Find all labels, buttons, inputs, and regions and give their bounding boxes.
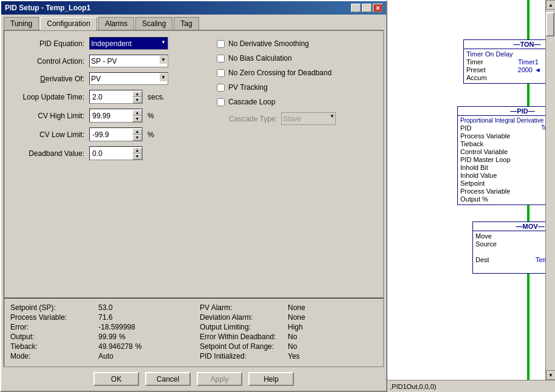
help-button[interactable]: Help — [248, 372, 294, 386]
no-bias-calc-checkbox[interactable] — [217, 55, 225, 63]
cv-high-row: CV High Limit: ▲ ▼ % — [10, 109, 205, 123]
deadband-down-btn[interactable]: ▼ — [132, 154, 142, 160]
status-pidinit-row: PID Initialized: Yes — [200, 352, 377, 360]
status-bar: Setpoint (SP): 53.0 Process Variable: 71… — [4, 298, 384, 367]
pid-pid-row: PID Temp_Loop1 ... — [460, 124, 555, 132]
tab-tuning[interactable]: Tuning — [4, 17, 39, 30]
deadband-input[interactable] — [90, 147, 132, 160]
ton-label-row: Timer On Delay — [466, 50, 555, 58]
status-deviation-val: None — [288, 313, 305, 322]
close-button[interactable]: ✕ — [373, 4, 383, 12]
pid-subtitle-row: Proportional Integral Derivative — [460, 117, 555, 124]
derivative-of-select[interactable]: PV — [89, 72, 168, 85]
ton-timer-value: Timer1 — [518, 58, 539, 66]
status-outputlimit-key: Output Limiting: — [200, 323, 288, 331]
status-errordeadband-row: Error Within Deadband: No — [200, 333, 377, 341]
pid-pid-label: PID — [460, 124, 471, 132]
ton-timer-row: Timer Timer1 ◄EN — [466, 58, 555, 66]
pid-block-title: —PID— — [458, 107, 555, 116]
cascade-loop-label: Cascade Loop — [228, 98, 275, 106]
mov-move-label: Move — [475, 232, 492, 240]
no-deriv-smooth-row: No Derivative Smoothing — [217, 39, 377, 48]
pid-masterloop-row: PID Master Loop 0 — [460, 156, 555, 163]
derivative-of-dropdown-wrapper: PV — [89, 72, 168, 85]
ton-block: —TON— Timer On Delay Timer Timer1 ◄EN Pr… — [463, 39, 555, 84]
ton-accum-label: Accum — [466, 74, 487, 81]
deadband-label: Deadband Value: — [10, 149, 89, 158]
mov-source-val-row: 53.0 ◄ — [475, 248, 555, 255]
no-zero-crossing-row: No Zero Crossing for Deadband — [217, 69, 377, 77]
mov-source-row: Source CSS_TSP — [475, 240, 555, 248]
scroll-up-button[interactable]: ▲ — [546, 0, 555, 10]
pid-inholdval-label: Inhold Value — [460, 172, 497, 179]
tab-tag[interactable]: Tag — [174, 17, 199, 30]
dialog-title: PID Setup - Temp_Loop1 — [5, 4, 90, 12]
status-tieback-unit: % — [135, 342, 142, 351]
control-action-select[interactable]: SP - PV — [89, 55, 168, 67]
tab-alarms[interactable]: Alarms — [98, 17, 134, 30]
scrollbar-thumb[interactable] — [546, 12, 554, 36]
no-deriv-smooth-checkbox[interactable] — [217, 40, 225, 48]
control-action-row: Control Action: SP - PV — [10, 55, 205, 67]
cv-low-up-btn[interactable]: ▲ — [132, 129, 142, 135]
pid-inholdbit-label: Inhold Bit — [460, 164, 488, 171]
mov-dest-row: Dest Temp_Loop1:SP — [475, 256, 555, 263]
status-setpoint-key: Setpoint (SP): — [10, 303, 98, 312]
loop-update-spinner: ▲ ▼ — [132, 91, 142, 103]
button-row: OK Cancel Apply Help — [1, 367, 386, 391]
deadband-up-btn[interactable]: ▲ — [132, 147, 142, 154]
mov-block-body: Move Source CSS_TSP 53.0 ◄ Dest Temp_ — [473, 231, 555, 273]
tab-scaling[interactable]: Scaling — [135, 17, 172, 30]
cv-high-spinner: ▲ ▼ — [132, 110, 142, 122]
loop-update-up-btn[interactable]: ▲ — [132, 91, 142, 97]
pv-tracking-checkbox[interactable] — [217, 84, 225, 92]
pid-inholdbit-row: Inhold Bit 0 — [460, 164, 555, 171]
tab-configuration[interactable]: Configuration — [40, 17, 97, 30]
cv-high-down-btn[interactable]: ▼ — [132, 116, 142, 122]
pid-pv-row: Process Variable 71.6 ◄ — [460, 188, 555, 195]
loop-update-input[interactable] — [90, 90, 132, 103]
rung-area: —TON— Timer On Delay Timer Timer1 ◄EN Pr… — [387, 0, 555, 392]
status-pvalarm-row: PV Alarm: None — [200, 303, 377, 312]
pid-tieback-row: Tieback ManOut — [460, 140, 555, 147]
minimize-button[interactable]: _ — [351, 4, 361, 12]
scroll-down-button[interactable]: ▼ — [546, 370, 555, 380]
maximize-button[interactable]: □ — [362, 4, 372, 12]
no-zero-crossing-checkbox[interactable] — [217, 69, 225, 77]
status-deviation-row: Deviation Alarm: None — [200, 313, 377, 322]
cv-low-input[interactable] — [90, 128, 132, 141]
pid-ctrlvar-label: Control Variable — [460, 148, 508, 155]
ok-button[interactable]: OK — [94, 372, 139, 386]
ton-accum-row: Accum 780 ◄ — [466, 74, 555, 81]
pid-pv-label: Process Variable — [460, 188, 510, 195]
status-errordeadband-val: No — [288, 333, 297, 341]
form-right: No Derivative Smoothing No Bias Calculat… — [217, 37, 377, 291]
status-output-unit: % — [119, 333, 126, 341]
status-output-val: 99.99 — [98, 333, 117, 341]
no-bias-calc-label: No Bias Calculation — [228, 54, 292, 63]
pid-equation-select[interactable]: Independent — [89, 37, 168, 50]
status-setpoint-row: Setpoint (SP): 53.0 — [10, 303, 188, 312]
dialog-content: PID Equation: Independent Control Action… — [4, 30, 384, 298]
loop-update-down-btn[interactable]: ▼ — [132, 97, 142, 103]
mov-dest-val-row: 53.0 ◄ — [475, 264, 555, 271]
cv-low-input-wrapper: ▲ ▼ — [89, 127, 143, 141]
status-mode-row: Mode: Auto — [10, 352, 188, 360]
cv-high-up-btn[interactable]: ▲ — [132, 110, 142, 116]
tab-bar: Tuning Configuration Alarms Scaling Tag — [1, 15, 386, 30]
mov-dest-label: Dest — [475, 256, 489, 263]
pid-equation-control: Independent — [89, 37, 168, 50]
pv-tracking-label: PV Tracking — [228, 83, 268, 92]
status-error-val: -18.599998 — [98, 323, 135, 331]
cv-high-input[interactable] — [90, 109, 132, 122]
cv-low-down-btn[interactable]: ▼ — [132, 135, 142, 141]
apply-button[interactable]: Apply — [197, 372, 242, 386]
pid-setpoint-label: Setpoint — [460, 180, 485, 187]
pid-block-body: Proportional Integral Derivative PID Tem… — [458, 116, 555, 204]
cascade-loop-checkbox[interactable] — [217, 98, 225, 106]
cancel-button[interactable]: Cancel — [145, 372, 191, 386]
status-pvalarm-val: None — [288, 303, 305, 312]
cascade-type-select[interactable]: Slave — [281, 112, 336, 125]
pid-dialog: PID Setup - Temp_Loop1 _ □ ✕ Tuning Conf… — [0, 0, 387, 392]
pid-subtitle: Proportional Integral Derivative — [460, 117, 543, 124]
